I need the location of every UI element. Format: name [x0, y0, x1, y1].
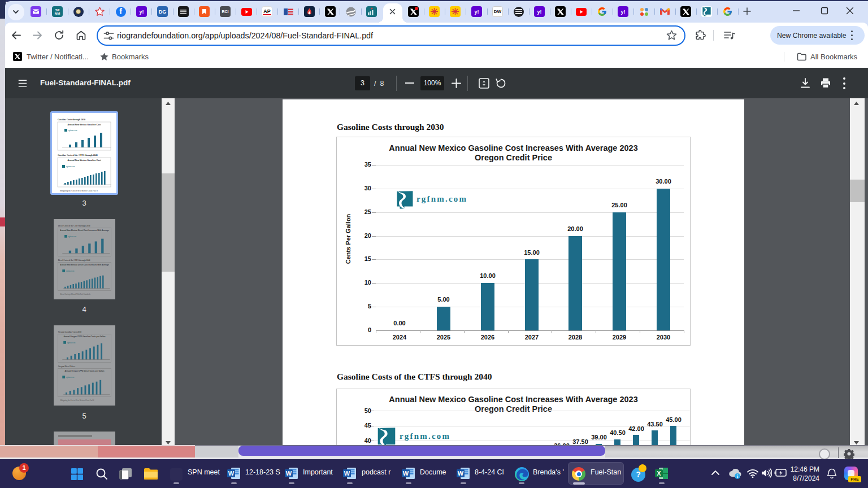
svg-text:W: W [228, 470, 235, 477]
svg-text:rgfnm.com: rgfnm.com [68, 236, 77, 238]
svg-text:Annual New Mexico Gasoline Cos: Annual New Mexico Gasoline Cost [68, 124, 102, 126]
svg-text:W: W [344, 470, 350, 477]
svg-text:rgfnm.com: rgfnm.com [66, 376, 75, 378]
svg-text:Gasoline Costs of the CTFS thr: Gasoline Costs of the CTFS through 2040 [58, 154, 98, 156]
svg-text:W: W [403, 470, 409, 477]
svg-text:Oregon Gasoline Costs 2030: Oregon Gasoline Costs 2030 [58, 331, 82, 333]
svg-text:Diesel Costs of the CTFS throu: Diesel Costs of the CTFS through 2040 [58, 259, 90, 262]
svg-text:rgfnm.com: rgfnm.com [67, 342, 76, 344]
svg-text:Annual New Mexico Diesel Cost: Annual New Mexico Diesel Cost Increases … [60, 264, 109, 266]
svg-text:Annual New Mexico Gasoline Cos: Annual New Mexico Gasoline Cost [68, 159, 102, 162]
svg-text:W: W [458, 470, 464, 477]
svg-text:Diesel Costs of the CTFS throu: Diesel Costs of the CTFS through 2030 [58, 225, 90, 227]
svg-text:X: X [657, 470, 661, 477]
svg-text:Annual Oregon CFP2 Gasoline Co: Annual Oregon CFP2 Gasoline Costs per Ga… [63, 336, 105, 338]
svg-text:Mitigating the Cost of New Mex: Mitigating the Cost of New Mexico Clean … [60, 399, 94, 402]
svg-text:rgfnm.com: rgfnm.com [66, 270, 75, 272]
svg-text:Gasoline Costs through 2030: Gasoline Costs through 2030 [58, 118, 85, 121]
svg-text:Diesel Savings Missed With Fue: Diesel Savings Missed With Fuel Standard… [60, 293, 90, 295]
svg-text:Oregon Diesel Prices: Oregon Diesel Prices [58, 365, 76, 368]
svg-text:rgfnm.com: rgfnm.com [68, 129, 77, 132]
svg-text:Annual New Mexico Diesel Cost: Annual New Mexico Diesel Cost Increases … [60, 229, 109, 232]
svg-text:Annual Oregon CFP2 Diesel Cost: Annual Oregon CFP2 Diesel Costs per Gall… [64, 370, 104, 372]
svg-text:Mitigating the Cost of New Mex: Mitigating the Cost of New Mexico Clean … [60, 190, 98, 192]
svg-text:rgfnm.com: rgfnm.com [66, 165, 75, 168]
svg-text:W: W [286, 470, 292, 477]
